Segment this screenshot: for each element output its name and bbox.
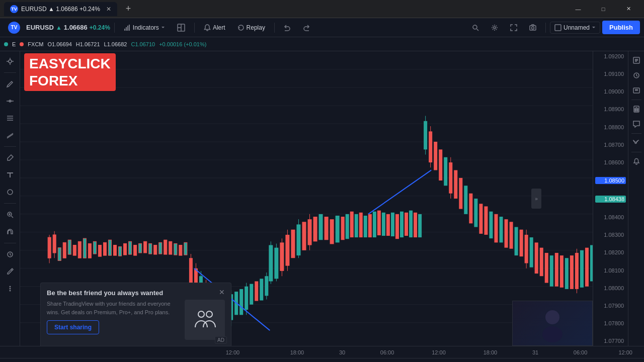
svg-rect-195	[635, 110, 636, 111]
svg-rect-58	[108, 240, 111, 255]
shape-tool[interactable]	[2, 184, 18, 200]
svg-rect-59	[113, 245, 116, 256]
price-scale: 1.09200 1.09100 1.09000 1.08900 1.08800 …	[593, 51, 628, 346]
magnet-tool[interactable]	[2, 224, 18, 240]
text-tool[interactable]	[2, 167, 18, 183]
signal-icon[interactable]	[629, 136, 643, 150]
publish-button[interactable]: Publish	[602, 21, 640, 34]
lt-sep-2	[4, 146, 16, 147]
svg-rect-64	[139, 243, 142, 253]
new-tab-button[interactable]: +	[121, 2, 135, 16]
svg-rect-147	[454, 170, 457, 199]
horizontal-line-tool[interactable]	[2, 93, 18, 109]
unnamed-button[interactable]: Unnamed	[550, 22, 600, 34]
search-button[interactable]	[467, 22, 484, 33]
svg-rect-62	[129, 241, 132, 254]
svg-rect-54	[88, 243, 91, 258]
svg-rect-118	[330, 219, 334, 244]
alert-button[interactable]: Alert	[199, 22, 230, 33]
brush-tool[interactable]	[2, 150, 18, 166]
lt-sep-3	[4, 203, 16, 204]
calculator-icon[interactable]	[629, 102, 643, 116]
watch-tool[interactable]	[2, 246, 18, 262]
ad-title: Be the best friend you always wanted	[47, 289, 225, 297]
replay-button[interactable]: Replay	[232, 22, 270, 33]
fibonacci-tool[interactable]	[2, 110, 18, 126]
svg-rect-196	[637, 110, 638, 111]
svg-rect-61	[124, 243, 127, 255]
clock-icon[interactable]	[629, 68, 643, 82]
svg-point-197	[635, 142, 636, 144]
svg-rect-136	[414, 213, 417, 237]
tv-toolbar: TV EURUSD ▲ 1.06686 +0.24% Indicators Al…	[0, 18, 644, 37]
svg-rect-3	[129, 25, 130, 31]
chat-icon[interactable]	[629, 117, 643, 131]
svg-rect-97	[255, 281, 258, 301]
separator-3	[274, 23, 275, 33]
fullscreen-button[interactable]	[505, 22, 522, 33]
webcam-feed	[513, 301, 592, 345]
svg-rect-115	[313, 217, 317, 241]
price-tick-11: 1.08200	[595, 249, 626, 255]
svg-rect-73	[184, 242, 187, 255]
toolbar-right: Unnamed Publish	[467, 21, 640, 34]
price-tick-10: 1.08300	[595, 232, 626, 238]
redo-button[interactable]	[298, 22, 315, 33]
minimize-button[interactable]: ―	[567, 2, 590, 16]
lt-sep-4	[4, 243, 16, 243]
time-tick-7: 31	[532, 349, 538, 355]
layout-button[interactable]	[172, 22, 190, 34]
svg-rect-144	[444, 157, 447, 186]
symbol-exchange: FXCM	[28, 41, 43, 47]
svg-rect-117	[325, 217, 329, 240]
close-button[interactable]: ✕	[617, 2, 640, 16]
settings-button[interactable]	[486, 22, 503, 33]
replay-label: Replay	[247, 24, 265, 31]
start-sharing-button[interactable]: Start sharing	[47, 320, 99, 334]
chart-area[interactable]: EASYCLICK FOREX	[20, 51, 593, 346]
svg-rect-51	[73, 245, 76, 256]
undo-button[interactable]	[279, 22, 296, 33]
crosshair-tool[interactable]	[2, 53, 18, 69]
pen-tool[interactable]	[2, 76, 18, 92]
time-tick-2: 18:00	[290, 349, 304, 355]
tab-close-icon[interactable]: ✕	[106, 6, 111, 13]
pencil-tool[interactable]	[2, 263, 18, 280]
low-price: L1.06682	[104, 41, 127, 47]
maximize-button[interactable]: □	[592, 2, 615, 16]
svg-rect-142	[434, 142, 437, 170]
browser-tab[interactable]: TV EURUSD ▲ 1.06686 +0.24% ✕	[4, 2, 117, 16]
svg-point-13	[9, 60, 12, 63]
price-tick-4: 1.08900	[595, 106, 626, 112]
svg-rect-98	[260, 279, 263, 300]
zoom-tool[interactable]	[2, 207, 18, 223]
svg-rect-96	[250, 284, 253, 305]
camera-button[interactable]	[524, 22, 541, 33]
ad-close-button[interactable]: ✕	[217, 287, 227, 297]
price-tick-1: 1.09200	[595, 53, 626, 59]
tab-favicon: TV	[10, 5, 18, 13]
bell-icon[interactable]	[629, 154, 643, 168]
svg-rect-123	[355, 214, 358, 237]
price-tick-2: 1.09100	[595, 71, 626, 77]
more-tools[interactable]	[2, 281, 18, 297]
rp-sep-1	[631, 100, 641, 100]
price-tick-5: 1.08800	[595, 124, 626, 130]
ad-body: Share TradingView with your friends and …	[47, 300, 225, 340]
watchlist-icon[interactable]	[629, 53, 643, 67]
svg-rect-133	[400, 212, 404, 237]
channel-tool[interactable]	[2, 127, 18, 143]
watermark: EASYCLICK FOREX	[24, 53, 116, 91]
ad-popup: ✕ Be the best friend you always wanted S…	[40, 283, 231, 346]
svg-rect-155	[494, 214, 498, 243]
indicators-button[interactable]: Indicators	[119, 22, 170, 33]
svg-rect-170	[565, 258, 569, 289]
expand-right-panel[interactable]: »	[531, 189, 541, 209]
price-tick-8b: 1.08438	[595, 196, 626, 203]
pair-arrow: ▲	[56, 24, 62, 31]
svg-rect-65	[144, 241, 147, 253]
news-icon[interactable]	[629, 83, 643, 98]
svg-rect-165	[540, 248, 543, 277]
svg-rect-1	[126, 27, 127, 31]
ad-text: Share TradingView with your friends and …	[47, 300, 180, 316]
